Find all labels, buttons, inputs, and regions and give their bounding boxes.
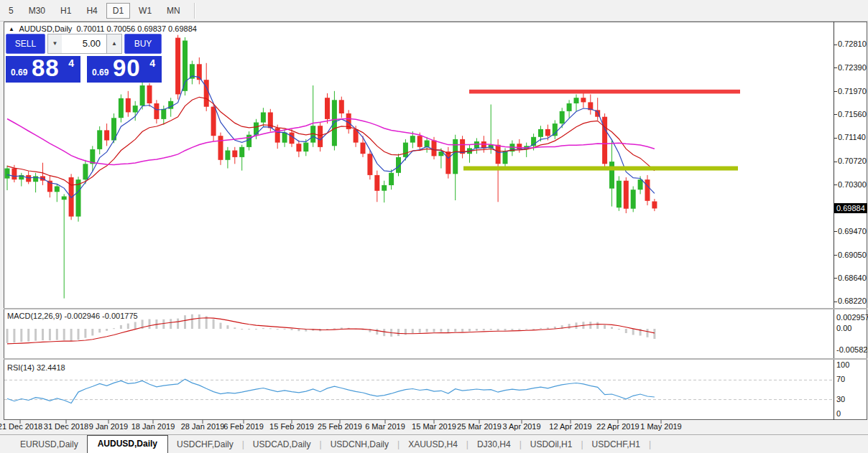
macd-label: MACD(12,26,9) -0.002946 -0.001775 [7,312,138,320]
rsi-axis-label: 0 [836,409,841,418]
sell-button[interactable]: SELL [6,34,45,54]
price-tick-label: 0.70300 [838,180,867,189]
chart-tab-dj30-h4[interactable]: DJ30,H4 [468,436,520,453]
chart-ohlc-values: 0.70011 0.70056 0.69837 0.69884 [76,24,196,33]
symbol-tabbar: EURUSD,DailyAUDUSD,DailyUSDCHF,Daily|USD… [0,434,868,453]
date-label: 1 May 2019 [629,422,693,431]
chart-tab-audusd-daily[interactable]: AUDUSD,Daily [87,435,168,453]
rsi-axis-label: 30 [836,395,845,403]
price-tick-label: 0.71140 [838,133,866,141]
rsi-axis-label: 70 [836,375,845,383]
sell-price-prefix: 0.69 [11,67,27,78]
buy-price-prefix: 0.69 [92,67,108,78]
chart-tab-usdchf-daily[interactable]: USDCHF,Daily [168,436,242,453]
sell-quote-tile[interactable]: 0.69 88 4 [6,56,80,83]
chart-tab-usdcad-daily[interactable]: USDCAD,Daily [244,436,320,453]
chart-tab-eurusd-daily[interactable]: EURUSD,Daily [11,436,87,453]
buy-button[interactable]: BUY [124,34,162,54]
price-tick-label: 0.69050 [838,251,867,259]
price-tick [834,114,837,115]
chart-tab-usdcnh-daily[interactable]: USDCNH,Daily [322,436,397,453]
price-tick [834,67,837,68]
price-tick [834,278,837,279]
price-tick-label: 0.72390 [838,63,867,72]
rsi-axis-label: 100 [836,360,849,369]
price-tick [834,255,837,256]
trading-terminal: 5M30H1H4D1W1MN ▲ AUDUSD,Daily 0.70011 0.… [0,0,868,453]
price-tick [834,231,837,232]
price-tick [834,45,837,45]
buy-quote-tile[interactable]: 0.69 90 4 [87,56,162,83]
price-tick [834,302,837,302]
price-tick-label: 0.71560 [838,110,867,118]
volume-input[interactable]: 5.00 [62,34,107,54]
volume-increase-button[interactable]: ▲ [107,34,122,54]
buy-price-big: 90 [113,55,141,82]
time-axis: 21 Dec 201831 Dec 20189 Jan 201918 Jan 2… [0,421,868,434]
macd-axis-label: 0.00 [836,324,851,332]
rsi-label: RSI(14) 32.4418 [7,363,65,372]
one-click-trade-panel: SELL ▼ 5.00 ▲ BUY 0.69 88 4 0.69 90 4 [6,34,162,83]
price-tick-label: 0.68220 [838,296,867,305]
chart-tab-usdchf-h1[interactable]: USDCHF,H1 [583,436,649,453]
macd-axis-label: -0.005825 [836,345,868,354]
volume-decrease-button[interactable]: ▼ [47,34,63,54]
price-tick-label: 0.72810 [838,39,867,48]
price-tick-label: 0.69470 [838,227,867,235]
macd-axis-label: 0.002957 [836,313,868,322]
current-price-badge: 0.69884 [834,203,867,213]
price-tick [834,91,837,92]
chart-tab-usdoil-h1[interactable]: USDOil,H1 [522,436,581,453]
price-tick-label: 0.68640 [838,274,867,282]
chart-symbol: AUDUSD,Daily [19,24,72,33]
chart-title: ▲ AUDUSD,Daily 0.70011 0.70056 0.69837 0… [9,24,197,33]
sell-price-pip: 4 [68,57,74,69]
price-tick [834,162,837,162]
price-tick [834,138,837,139]
price-tick-label: 0.70720 [838,157,867,165]
price-tick [834,185,837,185]
tab-separator: | [649,439,651,453]
buy-price-pip: 4 [149,57,155,69]
up-triangle-icon: ▲ [9,26,14,32]
price-tick-label: 0.71970 [838,87,867,95]
chart-tab-xauusd-h4[interactable]: XAUUSD,H4 [400,436,466,453]
sell-price-big: 88 [32,55,60,82]
